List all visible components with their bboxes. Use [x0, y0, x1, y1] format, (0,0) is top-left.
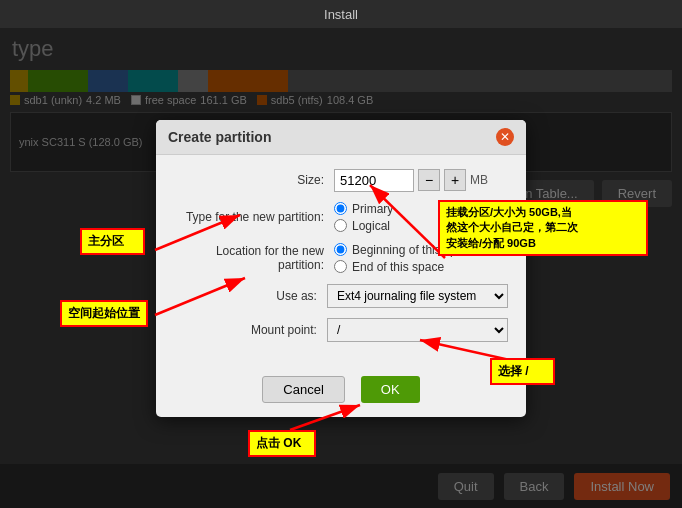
- mount-point-row: Mount point: / /home /boot /tmp: [174, 318, 508, 342]
- partition-type-row: Type for the new partition: Primary Logi…: [174, 202, 508, 233]
- location-end-radio[interactable]: [334, 260, 347, 273]
- use-as-label: Use as:: [174, 289, 327, 303]
- location-end-label[interactable]: End of this space: [334, 260, 476, 274]
- size-label: Size:: [174, 173, 334, 187]
- create-partition-dialog: Create partition ✕ Size: − + MB Type fo: [156, 120, 526, 417]
- dialog-body: Size: − + MB Type for the new partition:: [156, 155, 526, 366]
- dialog-footer: Cancel OK: [156, 366, 526, 417]
- window-title: Install: [324, 7, 358, 22]
- use-as-select[interactable]: Ext4 journaling file system Ext3 journal…: [327, 284, 508, 308]
- location-label: Location for the new partition:: [174, 244, 334, 272]
- location-beginning-radio[interactable]: [334, 243, 347, 256]
- mount-point-select[interactable]: / /home /boot /tmp: [327, 318, 508, 342]
- location-end-text: End of this space: [352, 260, 444, 274]
- cancel-button[interactable]: Cancel: [262, 376, 344, 403]
- use-as-row: Use as: Ext4 journaling file system Ext3…: [174, 284, 508, 308]
- dialog-title: Create partition: [168, 129, 271, 145]
- type-primary-text: Primary: [352, 202, 393, 216]
- size-row: Size: − + MB: [174, 169, 508, 192]
- type-primary-label[interactable]: Primary: [334, 202, 393, 216]
- size-plus-button[interactable]: +: [444, 169, 466, 191]
- type-logical-label[interactable]: Logical: [334, 219, 393, 233]
- location-beginning-label[interactable]: Beginning of this space: [334, 243, 476, 257]
- location-group: Beginning of this space End of this spac…: [334, 243, 476, 274]
- type-primary-radio[interactable]: [334, 202, 347, 215]
- partition-type-group: Primary Logical: [334, 202, 393, 233]
- title-bar: Install: [0, 0, 682, 28]
- location-row: Location for the new partition: Beginnin…: [174, 243, 508, 274]
- dialog-overlay: Create partition ✕ Size: − + MB Type fo: [0, 28, 682, 508]
- type-logical-radio[interactable]: [334, 219, 347, 232]
- location-beginning-text: Beginning of this space: [352, 243, 476, 257]
- main-content: type sdb1 (unkn) 4.2 MB free space 161.1…: [0, 28, 682, 508]
- dialog-header: Create partition ✕: [156, 120, 526, 155]
- size-unit: MB: [470, 173, 488, 187]
- mount-point-select-wrap: / /home /boot /tmp: [327, 318, 508, 342]
- use-as-select-wrap: Ext4 journaling file system Ext3 journal…: [327, 284, 508, 308]
- size-input[interactable]: [334, 169, 414, 192]
- ok-button[interactable]: OK: [361, 376, 420, 403]
- size-input-wrap: − + MB: [334, 169, 488, 192]
- dialog-close-button[interactable]: ✕: [496, 128, 514, 146]
- type-logical-text: Logical: [352, 219, 390, 233]
- mount-point-label: Mount point:: [174, 323, 327, 337]
- size-minus-button[interactable]: −: [418, 169, 440, 191]
- partition-type-label: Type for the new partition:: [174, 210, 334, 224]
